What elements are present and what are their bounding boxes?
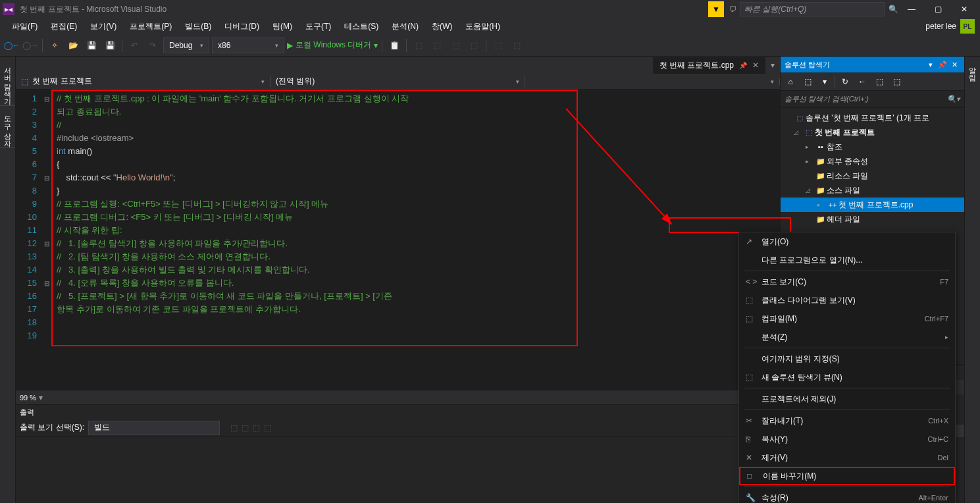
output-panel: 출력 ▾ 📌 ✕ 출력 보기 선택(S): 빌드 ⬚ ⬚ ⬚ ⬚ xyxy=(16,404,780,503)
menu-edit[interactable]: 편집(E) xyxy=(44,18,84,35)
code-icon: < > xyxy=(746,277,761,286)
code-content[interactable]: // 첫 번째 프로젝트.cpp : 이 파일에는 'main' 함수가 포함됩… xyxy=(51,90,780,390)
ctx-view-code[interactable]: < >코드 보기(C)F7 xyxy=(739,273,955,291)
se-btn-5[interactable]: ← xyxy=(855,74,869,89)
quick-launch-input[interactable]: 빠른 실행(Ctrl+Q) xyxy=(740,2,885,16)
ctx-scope-here[interactable]: 여기까지 범위 지정(S) xyxy=(739,350,955,368)
notifications-tab[interactable]: 알림 xyxy=(965,57,980,82)
scope-selector[interactable]: ⬚첫 번째 프로젝트 xyxy=(16,76,271,87)
tree-header-files[interactable]: 📁헤더 파일 xyxy=(781,212,964,226)
tree-source-files[interactable]: ◿📁소스 파일 xyxy=(781,183,964,198)
code-editor[interactable]: 12345678910111213141516171819 ⊟⊟⊟⊟ // 첫 … xyxy=(16,90,780,390)
minimize-button[interactable]: — xyxy=(898,0,925,18)
se-btn-7[interactable]: ⬚ xyxy=(889,74,904,89)
tree-project[interactable]: ◿⬚첫 번째 프로젝트 xyxy=(781,125,964,140)
pin-icon[interactable]: 📌 xyxy=(739,62,747,69)
toolbar-btn-6[interactable]: ⬚ xyxy=(490,38,506,53)
doc-tab-active[interactable]: 첫 번째 프로젝트.cpp 📌 ✕ xyxy=(653,57,765,74)
ctx-delete[interactable]: ✕제거(V)Del xyxy=(739,448,955,467)
save-all-button[interactable]: 💾 xyxy=(102,38,118,53)
output-content[interactable] xyxy=(16,437,780,503)
user-account[interactable]: peter lee PL xyxy=(925,19,975,34)
zoom-bar: 99 % ▾ xyxy=(16,390,780,404)
ctx-analyze[interactable]: 분석(Z)▸ xyxy=(739,328,955,346)
menu-bar: 파일(F) 편집(E) 보기(V) 프로젝트(P) 빌드(B) 디버그(D) 팀… xyxy=(0,18,980,34)
menu-window[interactable]: 창(W) xyxy=(425,18,459,35)
function-selector[interactable] xyxy=(525,78,780,85)
se-home-icon[interactable]: ⌂ xyxy=(783,74,798,89)
menu-tools[interactable]: 도구(T) xyxy=(299,18,338,35)
ctx-copy[interactable]: ⎘복사(Y)Ctrl+C xyxy=(739,430,955,448)
solution-toolbar: ⌂ ⬚ ▾ ↻ ← ⬚ ⬚ xyxy=(781,72,964,91)
menu-debug[interactable]: 디버그(D) xyxy=(218,18,266,35)
navigation-bar: ⬚첫 번째 프로젝트 (전역 범위) xyxy=(16,74,780,90)
se-btn-6[interactable]: ⬚ xyxy=(872,74,887,89)
output-btn-1[interactable]: ⬚ xyxy=(230,423,238,433)
toolbar-btn-2[interactable]: ⬚ xyxy=(411,38,426,53)
open-file-button[interactable]: 📂 xyxy=(65,38,81,53)
tree-source-file[interactable]: ▸++첫 번째 프로젝트.cpp xyxy=(781,198,964,212)
toolbar-btn-1[interactable]: 📋 xyxy=(386,38,402,53)
menu-file[interactable]: 파일(F) xyxy=(5,18,44,35)
redo-button[interactable]: ↷ xyxy=(145,38,161,53)
ctx-class-diagram[interactable]: ⬚클래스 다이어그램 보기(V) xyxy=(739,291,955,309)
config-select[interactable]: Debug xyxy=(163,38,209,53)
ctx-properties[interactable]: 🔧속성(R)Alt+Enter xyxy=(739,489,955,503)
menu-build[interactable]: 빌드(B) xyxy=(178,18,218,35)
panel-dropdown-icon[interactable]: ▾ xyxy=(925,61,937,69)
ctx-open-with[interactable]: 다른 프로그램으로 열기(N)... xyxy=(739,251,955,269)
close-button[interactable]: ✕ xyxy=(951,0,977,18)
toolbar-btn-7[interactable]: ⬚ xyxy=(509,38,525,53)
toolbox-tab[interactable]: 도구 상자 xyxy=(0,106,15,148)
ctx-rename[interactable]: □이름 바꾸기(M) xyxy=(739,467,955,485)
notification-flag-icon[interactable]: ▼ xyxy=(708,1,724,17)
menu-project[interactable]: 프로젝트(P) xyxy=(123,18,178,35)
feedback-icon[interactable]: 🗩 xyxy=(729,5,737,14)
maximize-button[interactable]: ▢ xyxy=(925,0,951,18)
menu-view[interactable]: 보기(V) xyxy=(84,18,123,35)
new-project-button[interactable]: ✧ xyxy=(47,38,63,53)
tab-dropdown-icon[interactable]: ▾ xyxy=(771,61,775,70)
output-btn-4[interactable]: ⬚ xyxy=(264,423,271,433)
context-menu: ↗열기(O) 다른 프로그램으로 열기(N)... < >코드 보기(C)F7 … xyxy=(738,232,956,503)
toolbar-btn-5[interactable]: ⬚ xyxy=(466,38,482,53)
tree-external-deps[interactable]: ▸📁외부 종속성 xyxy=(781,154,964,169)
diagram-icon: ⬚ xyxy=(746,296,761,305)
search-icon: 🔍▾ xyxy=(947,95,960,103)
server-explorer-tab[interactable]: 서버 탐색기 xyxy=(0,57,15,106)
ctx-new-view[interactable]: ⬚새 솔루션 탐색기 뷰(N) xyxy=(739,368,955,386)
tree-resource-files[interactable]: 📁리소스 파일 xyxy=(781,169,964,183)
start-debug-button[interactable]: ▶ 로컬 Windows 디버거 ▾ xyxy=(287,40,378,51)
output-source-select[interactable]: 빌드 xyxy=(88,421,220,435)
nav-forward-button[interactable]: ◯→ xyxy=(22,38,38,53)
toolbar-btn-4[interactable]: ⬚ xyxy=(448,38,463,53)
panel-pin-icon[interactable]: 📌 xyxy=(937,61,948,69)
search-icon[interactable]: 🔍 xyxy=(889,5,898,14)
toolbar-btn-3[interactable]: ⬚ xyxy=(429,38,445,53)
member-selector[interactable]: (전역 범위) xyxy=(271,76,525,87)
menu-team[interactable]: 팀(M) xyxy=(266,18,299,35)
wrench-icon: 🔧 xyxy=(746,493,761,502)
nav-back-button[interactable]: ◯← xyxy=(4,38,20,53)
menu-analyze[interactable]: 분석(N) xyxy=(385,18,425,35)
ctx-compile[interactable]: ⬚컴파일(M)Ctrl+F7 xyxy=(739,309,955,328)
solution-search[interactable]: 솔루션 탐색기 검색(Ctrl+;) 🔍▾ xyxy=(781,91,964,108)
ctx-open[interactable]: ↗열기(O) xyxy=(739,232,955,251)
se-refresh-icon[interactable]: ↻ xyxy=(838,74,852,89)
menu-help[interactable]: 도움말(H) xyxy=(459,18,507,35)
se-btn-3[interactable]: ▾ xyxy=(817,74,832,89)
panel-close-icon[interactable]: ✕ xyxy=(948,61,960,69)
tree-references[interactable]: ▸▪▪참조 xyxy=(781,140,964,154)
platform-select[interactable]: x86 xyxy=(212,38,284,53)
menu-test[interactable]: 테스트(S) xyxy=(338,18,385,35)
output-btn-3[interactable]: ⬚ xyxy=(253,423,260,433)
se-btn-2[interactable]: ⬚ xyxy=(800,74,815,89)
undo-button[interactable]: ↶ xyxy=(126,38,142,53)
ctx-exclude[interactable]: 프로젝트에서 제외(J) xyxy=(739,390,955,408)
save-button[interactable]: 💾 xyxy=(84,38,99,53)
close-tab-icon[interactable]: ✕ xyxy=(752,61,759,70)
output-btn-2[interactable]: ⬚ xyxy=(242,423,249,433)
tree-solution[interactable]: ⬚솔루션 '첫 번째 프로젝트' (1개 프로 xyxy=(781,111,964,125)
ctx-cut[interactable]: ✂잘라내기(T)Ctrl+X xyxy=(739,411,955,430)
zoom-level[interactable]: 99 % xyxy=(20,394,36,402)
